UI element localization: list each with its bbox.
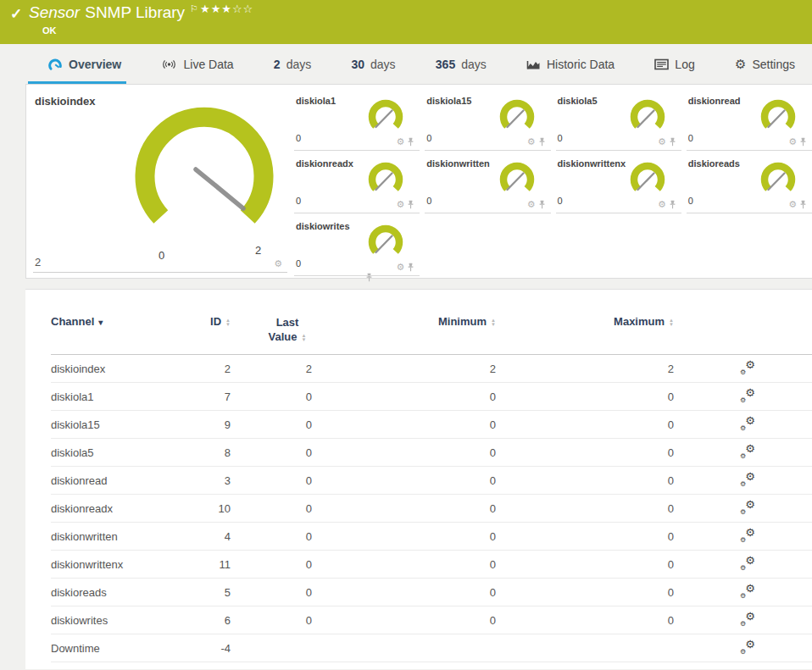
tab-live-data[interactable]: Live Data: [161, 44, 233, 84]
pin-icon[interactable]: [669, 200, 676, 209]
maximum-cell: 0: [496, 467, 674, 495]
pin-icon[interactable]: [538, 200, 546, 209]
maximum-cell: 0: [496, 411, 674, 439]
edit-channel-settings-icon[interactable]: ⚙⚙: [740, 612, 755, 626]
maximum-cell: 0: [496, 606, 674, 634]
priority-stars[interactable]: ★★★☆☆: [200, 3, 253, 15]
gear-icon[interactable]: ⚙: [274, 259, 282, 269]
channel-name-cell[interactable]: diskionwrittenx: [51, 551, 186, 579]
pin-icon[interactable]: [407, 263, 414, 272]
gauge-value: 0: [558, 133, 563, 143]
column-header-channel[interactable]: Channel▾: [51, 315, 186, 355]
minimum-cell: 0: [312, 551, 496, 579]
column-header-id[interactable]: ID▲▼: [186, 315, 231, 355]
table-row[interactable]: diskiola15 9 0 0 0 ⚙⚙: [51, 411, 812, 439]
tab-2-days[interactable]: 2 days: [274, 44, 311, 84]
gear-icon[interactable]: ⚙: [396, 200, 404, 209]
edit-channel-settings-icon[interactable]: ⚙⚙: [740, 389, 755, 402]
gear-icon[interactable]: ⚙: [788, 137, 797, 147]
channel-table: Channel▾ ID▲▼ Last Value▲▼ Minimum▲▼ Max…: [51, 315, 812, 662]
gear-icon[interactable]: ⚙: [396, 137, 404, 147]
gauge-value: 0: [688, 133, 693, 143]
channel-name-cell[interactable]: diskiola5: [51, 439, 186, 467]
channel-name-cell[interactable]: diskionreadx: [51, 495, 186, 523]
table-row[interactable]: diskionreadx 10 0 0 0 ⚙⚙: [51, 495, 812, 523]
minimum-cell: 0: [312, 606, 496, 634]
edit-channel-settings-icon[interactable]: ⚙⚙: [740, 529, 755, 542]
tab-label: Live Data: [183, 58, 233, 71]
tab-historic-data[interactable]: Historic Data: [526, 44, 615, 84]
edit-channel-settings-icon[interactable]: ⚙⚙: [740, 556, 755, 570]
gauge-dial: [365, 162, 406, 201]
gauge-value: 0: [296, 258, 301, 269]
gauge-dial: [497, 99, 537, 138]
table-row[interactable]: diskiola1 7 0 0 0 ⚙⚙: [51, 383, 812, 411]
table-row[interactable]: diskiola5 8 0 0 0 ⚙⚙: [51, 439, 812, 467]
channel-name-cell[interactable]: diskioindex: [51, 355, 186, 383]
channel-name-cell[interactable]: diskiola15: [51, 411, 186, 439]
tab-overview[interactable]: Overview: [48, 44, 121, 84]
minimum-cell: 2: [312, 355, 496, 383]
channel-name-cell[interactable]: diskioreads: [51, 579, 186, 606]
gauge-value: 2: [35, 256, 41, 269]
pin-icon[interactable]: [407, 200, 414, 209]
table-row[interactable]: diskionwritten 4 0 0 0 ⚙⚙: [51, 523, 812, 551]
table-row[interactable]: diskionwrittenx 11 0 0 0 ⚙⚙: [51, 551, 812, 579]
channel-name-cell[interactable]: diskiola1: [51, 383, 186, 411]
status-badge: OK: [42, 25, 57, 36]
tab-365-days[interactable]: 365 days: [436, 44, 487, 84]
channel-id-cell: 7: [186, 383, 231, 411]
column-header-last-value[interactable]: Last Value▲▼: [231, 315, 312, 355]
gear-icon[interactable]: ⚙: [396, 263, 404, 272]
gear-icon[interactable]: ⚙: [788, 200, 797, 209]
column-header-maximum[interactable]: Maximum▲▼: [496, 315, 674, 355]
edit-channel-settings-icon[interactable]: ⚙⚙: [740, 445, 755, 458]
pin-icon[interactable]: [799, 137, 807, 147]
table-row[interactable]: diskiowrites 6 0 0 0 ⚙⚙: [51, 606, 812, 634]
pin-icon[interactable]: [407, 137, 414, 147]
channel-id-cell: -4: [186, 634, 231, 662]
sort-icon: ▲▼: [302, 334, 307, 342]
area-chart-icon: [526, 58, 541, 70]
edit-channel-settings-icon[interactable]: ⚙⚙: [740, 473, 755, 486]
tab-settings[interactable]: ⚙ Settings: [735, 44, 795, 84]
channel-name-cell[interactable]: diskionwritten: [51, 523, 186, 551]
table-row[interactable]: diskionread 3 0 0 0 ⚙⚙: [51, 467, 812, 495]
column-header-minimum[interactable]: Minimum▲▼: [312, 315, 496, 355]
flag-icon[interactable]: ⚐: [190, 3, 198, 14]
minimum-cell: 0: [312, 495, 496, 523]
gauge-dial: [365, 224, 406, 263]
last-value-cell: 0: [231, 411, 312, 439]
gauge-value: 0: [426, 196, 431, 206]
pin-icon[interactable]: [669, 137, 676, 147]
table-row[interactable]: diskioindex 2 2 2 2 ⚙⚙: [51, 355, 812, 383]
gear-icon[interactable]: ⚙: [658, 137, 666, 147]
pin-icon[interactable]: [538, 137, 546, 147]
channel-name-cell[interactable]: Downtime: [51, 634, 186, 662]
sort-desc-icon: ▾: [98, 318, 103, 327]
gauge-dial: [627, 162, 668, 201]
gear-icon[interactable]: ⚙: [527, 137, 536, 147]
tab-30-days[interactable]: 30 days: [351, 44, 395, 84]
edit-channel-settings-icon[interactable]: ⚙⚙: [740, 501, 755, 514]
gauge-tile: diskioreads 0 ⚙: [687, 151, 812, 213]
edit-channel-settings-icon[interactable]: ⚙⚙: [740, 417, 755, 430]
channel-id-cell: 4: [186, 523, 231, 551]
sort-icon: ▲▼: [491, 318, 496, 327]
gear-icon[interactable]: ⚙: [527, 200, 536, 209]
tab-label: days: [370, 58, 396, 71]
last-value-cell: 0: [231, 467, 312, 495]
table-row[interactable]: diskioreads 5 0 0 0 ⚙⚙: [51, 579, 812, 606]
sort-icon: ▲▼: [225, 318, 231, 327]
table-row[interactable]: Downtime -4 ⚙⚙: [51, 634, 812, 662]
small-gauge-grid: diskiola1 0 ⚙ diskiola15 0 ⚙: [294, 88, 812, 278]
tab-log[interactable]: Log: [654, 44, 694, 84]
channel-name-cell[interactable]: diskionread: [51, 467, 186, 495]
channel-name-cell[interactable]: diskiowrites: [51, 606, 186, 634]
pin-icon[interactable]: [799, 200, 807, 209]
edit-channel-settings-icon[interactable]: ⚙⚙: [740, 640, 755, 654]
edit-channel-settings-icon[interactable]: ⚙⚙: [740, 584, 755, 598]
gauge-tile: diskionreadx 0 ⚙: [294, 151, 420, 213]
edit-channel-settings-icon[interactable]: ⚙⚙: [740, 361, 755, 374]
gear-icon[interactable]: ⚙: [658, 200, 666, 209]
